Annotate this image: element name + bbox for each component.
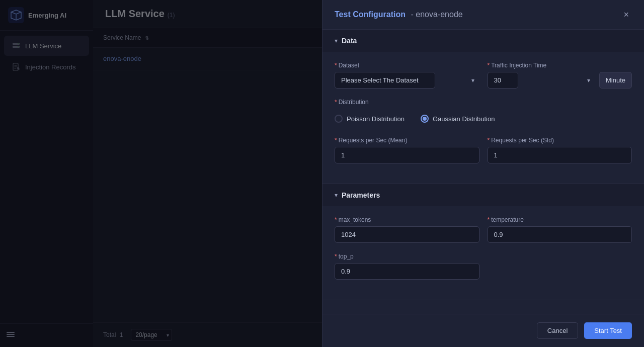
max-tokens-group: * max_tokens — [335, 216, 479, 243]
gaussian-radio[interactable] — [421, 115, 429, 123]
chevron-down-icon: ▾ — [335, 192, 338, 199]
dataset-select[interactable]: Please Select The Dataset — [335, 72, 435, 89]
modal-overlay: Test Configuration - enova-enode × ▾ Dat… — [0, 0, 644, 347]
time-value-wrap: 30 — [488, 72, 595, 89]
gaussian-option[interactable]: Gaussian Distribution — [421, 115, 495, 123]
requests-std-input[interactable] — [488, 147, 632, 163]
requests-std-group: * Requests per Sec (Std) — [488, 137, 632, 163]
modal-footer: Cancel Start Test — [323, 314, 644, 347]
dataset-select-wrap: Please Select The Dataset — [335, 72, 479, 89]
chevron-down-icon: ▾ — [335, 37, 338, 44]
max-tokens-label: * max_tokens — [335, 216, 479, 223]
modal-close-button[interactable]: × — [620, 9, 632, 20]
data-section-title: Data — [342, 37, 357, 45]
top-p-input[interactable] — [335, 263, 479, 280]
traffic-injection-label: * Traffic Injection Time — [488, 62, 632, 69]
distribution-group: * Distribution Poisson Distribution Gaus… — [335, 99, 632, 127]
modal-title: Test Configuration - enova-enode — [335, 10, 463, 19]
poisson-radio[interactable] — [335, 115, 343, 123]
requests-mean-group: * Requests per Sec (Mean) — [335, 137, 479, 163]
dataset-group: * Dataset Please Select The Dataset — [335, 62, 479, 89]
requests-mean-input[interactable] — [335, 147, 479, 163]
data-section: ▾ Data * Dataset Please — [323, 30, 644, 184]
top-p-label: * top_p — [335, 253, 479, 260]
parameters-section-title: Parameters — [342, 191, 380, 199]
poisson-option[interactable]: Poisson Distribution — [335, 115, 405, 123]
parameters-section-header[interactable]: ▾ Parameters — [323, 184, 644, 206]
requests-row: * Requests per Sec (Mean) * Requests per… — [335, 137, 632, 163]
modal-title-area: Test Configuration - enova-enode — [335, 10, 463, 19]
dataset-label: * Dataset — [335, 62, 479, 69]
temperature-group: * temperature — [488, 216, 632, 243]
top-p-row: * top_p — [335, 253, 632, 280]
time-input-group: 30 Minute — [488, 72, 632, 89]
time-unit-label: Minute — [599, 72, 632, 89]
requests-std-label: * Requests per Sec (Std) — [488, 137, 632, 144]
start-test-button[interactable]: Start Test — [584, 322, 632, 339]
time-value-select[interactable]: 30 — [488, 72, 518, 89]
max-tokens-input[interactable] — [335, 226, 479, 243]
temperature-label: * temperature — [488, 216, 632, 223]
top-p-group: * top_p — [335, 253, 479, 280]
test-configuration-modal: Test Configuration - enova-enode × ▾ Dat… — [322, 0, 644, 347]
temperature-input[interactable] — [488, 226, 632, 243]
parameters-section: ▾ Parameters * max_tokens — [323, 184, 644, 300]
distribution-label: * Distribution — [335, 99, 632, 106]
modal-header: Test Configuration - enova-enode × — [323, 0, 644, 30]
requests-mean-label: * Requests per Sec (Mean) — [335, 137, 479, 144]
data-section-header[interactable]: ▾ Data — [323, 30, 644, 52]
parameters-section-body: * max_tokens * temperature — [323, 206, 644, 300]
traffic-injection-group: * Traffic Injection Time 30 Minute — [488, 62, 632, 89]
max-tokens-temperature-row: * max_tokens * temperature — [335, 216, 632, 243]
distribution-options: Poisson Distribution Gaussian Distributi… — [335, 111, 632, 127]
data-section-body: * Dataset Please Select The Dataset — [323, 52, 644, 184]
modal-body: ▾ Data * Dataset Please — [323, 30, 644, 314]
dataset-row: * Dataset Please Select The Dataset — [335, 62, 632, 89]
cancel-button[interactable]: Cancel — [537, 322, 578, 339]
